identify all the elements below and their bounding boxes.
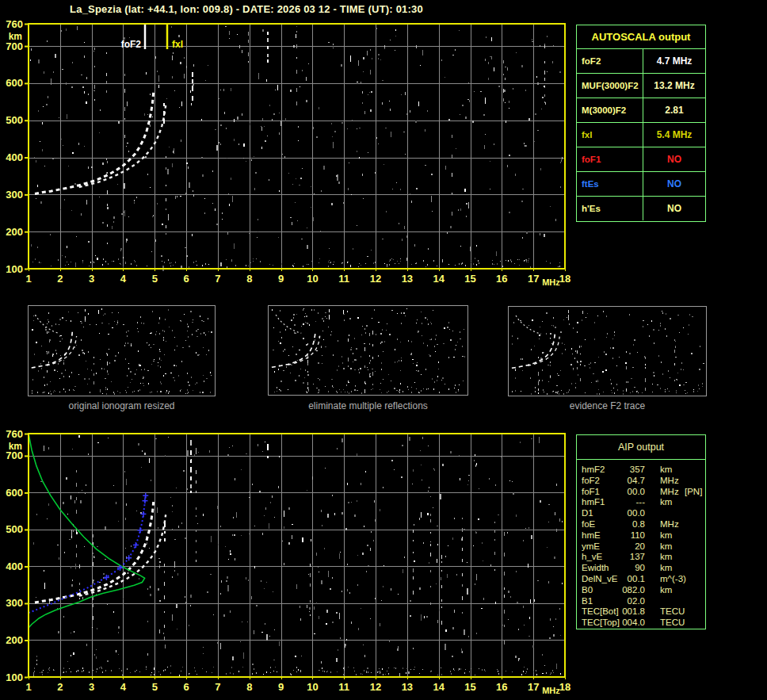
x-tick-label: 11	[338, 681, 349, 693]
chart-layers: 760700600500400300200100km12345678910111…	[6, 428, 570, 696]
aip-param-unit: m^(-3)	[660, 574, 686, 583]
x-tick-label: 12	[370, 273, 381, 285]
aip-param-unit: MHz	[660, 487, 679, 496]
aip-param-unit: km	[660, 465, 672, 474]
y-tick-label: 600	[6, 77, 23, 89]
x-tick-label: 18	[559, 273, 570, 285]
noise-speckle	[272, 308, 465, 394]
y-tick-label: 200	[6, 226, 23, 238]
x-tick-label: 3	[89, 273, 94, 285]
x-tick-label: 10	[307, 273, 318, 285]
x-tick-label: 8	[246, 681, 252, 693]
y-tick-label: 400	[6, 151, 23, 163]
aip-param-label: D1	[582, 508, 593, 518]
chart-layers	[272, 308, 465, 394]
autoscala-output-panel: AUTOSCALA output foF24.7 MHzMUF(3000)F21…	[576, 25, 706, 222]
x-tick-label: 7	[215, 273, 220, 285]
aip-param-label: foF1	[582, 487, 600, 496]
autoscala-param-label: fxI	[577, 123, 643, 147]
autoscala-param-label: ftEs	[577, 172, 643, 196]
noise-speckle	[32, 308, 212, 395]
marker-label-fxI: fxI	[172, 39, 183, 50]
aip-row-fof2: foF204.7MHz	[577, 476, 705, 487]
x-tick-label: 6	[184, 273, 189, 285]
autoscala-row-fxi: fxI5.4 MHz	[577, 123, 705, 147]
aip-param-value: ---	[599, 497, 645, 507]
aip-param-label: foE	[582, 519, 595, 529]
aip-row-hmf1: hmF1---km	[577, 497, 705, 508]
y-tick-label: 600	[6, 487, 23, 499]
aip-param-value: 04.7	[599, 476, 645, 485]
x-tick-label: 13	[402, 681, 413, 693]
second-hop-arc	[516, 316, 541, 334]
y-tick-label: 400	[6, 560, 23, 572]
autoscala-row-muf3000f2: MUF(3000)F213.2 MHz	[577, 74, 705, 98]
aip-param-value: 00.0	[599, 508, 645, 518]
aip-param-value: 00.1	[599, 574, 645, 583]
x-tick-label: 9	[278, 681, 284, 693]
x-axis-unit: MHz	[542, 686, 560, 695]
y-tick-label: 200	[6, 634, 23, 646]
aip-param-value: 110	[599, 530, 645, 540]
f2-trace-o-mode	[512, 332, 555, 369]
chart-layers: 760700600500400300200100km12345678910111…	[6, 18, 570, 288]
x-tick-label: 16	[496, 681, 507, 693]
thumbnail-caption-original: original ionogram resized	[28, 400, 216, 411]
x-tick-label: 6	[184, 681, 189, 693]
aip-param-value: 00.0	[599, 487, 645, 496]
aip-param-value: 001.8	[599, 606, 645, 616]
x-tick-label: 1	[25, 681, 31, 693]
aip-param-value: 004.0	[599, 618, 645, 627]
aip-param-value: 137	[599, 552, 645, 561]
aip-param-unit: km	[660, 497, 672, 507]
thumbnail-original-ionogram-image	[29, 306, 215, 396]
x-tick-label: 7	[215, 681, 220, 693]
aip-param-label: hmE	[582, 530, 601, 540]
x-tick-label: 4	[120, 273, 127, 285]
f2-trace-o-mode	[35, 93, 154, 194]
autoscala-param-value: NO	[643, 172, 705, 196]
aip-row-yme: ymE20km	[577, 541, 705, 553]
chart-layers	[32, 308, 212, 395]
y-tick-label: 500	[6, 114, 23, 126]
aip-param-value: 082.0	[599, 585, 645, 595]
x-tick-label: 3	[89, 681, 94, 693]
page-title: La_Spezia (lat: +44.1, lon: 009.8) - DAT…	[0, 3, 493, 15]
autoscala-panel-title: AUTOSCALA output	[577, 25, 705, 49]
autoscala-row-hes: h'EsNO	[577, 197, 705, 220]
aip-param-unit: km	[660, 530, 672, 540]
aip-rows: hmF2357kmfoF204.7MHzfoF100.0MHz[PN]hmF1-…	[577, 460, 705, 629]
aip-row-hmf2: hmF2357km	[577, 465, 705, 476]
x-tick-label: 8	[246, 273, 252, 285]
autoscala-param-value: 2.81	[643, 98, 705, 122]
autoscala-row-fof2: foF24.7 MHz	[577, 49, 705, 74]
y-tick-label: 300	[6, 597, 23, 609]
autoscala-param-label: MUF(3000)F2	[577, 74, 643, 98]
y-tick-label: 760	[6, 18, 23, 30]
thumbnail-evidence-f2-trace-image	[509, 307, 706, 396]
f2-trace-o-mode	[35, 502, 154, 602]
aip-param-value: 02.0	[599, 596, 645, 606]
aip-param-unit: MHz	[660, 519, 679, 529]
noise-speckle	[512, 311, 704, 395]
thumbnail-evidence-f2-trace	[508, 306, 707, 396]
y-tick-label: 500	[6, 523, 23, 535]
thumbnail-eliminate-reflections	[268, 305, 468, 396]
aip-param-value: 357	[599, 465, 645, 474]
aip-param-unit: TECU	[660, 618, 685, 627]
x-tick-label: 17	[528, 273, 539, 285]
aip-param-label: B0	[582, 585, 593, 595]
x-tick-label: 18	[559, 681, 570, 693]
thumbnail-caption-eliminate: eliminate multiple reflections	[268, 400, 468, 411]
thumbnail-eliminate-reflections-image	[269, 306, 467, 395]
autoscala-param-value: 4.7 MHz	[643, 49, 705, 73]
autoscala-param-label: foF1	[577, 147, 643, 171]
f2-trace-o-mode	[32, 331, 73, 368]
echo-streaks	[329, 309, 344, 319]
aip-param-value: 90	[599, 563, 645, 572]
x-axis-unit: MHz	[542, 277, 560, 287]
aip-row-b1: B102.0	[577, 596, 705, 607]
grid-lines	[29, 434, 565, 677]
aip-row-tectop: TEC[Top]004.0TECU	[577, 618, 705, 629]
aip-output-panel: AIP output hmF2357kmfoF204.7MHzfoF100.0M…	[576, 434, 706, 629]
